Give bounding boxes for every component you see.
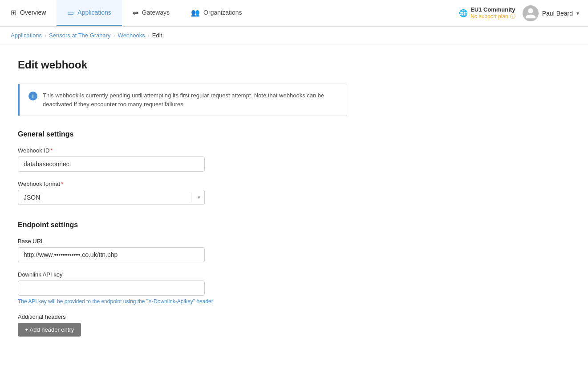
downlink-api-key-help: The API key will be provided to the endp… — [18, 298, 383, 305]
webhook-format-select-wrapper: JSON Protocol Buffers ▾ — [18, 190, 205, 205]
breadcrumb-applications[interactable]: Applications — [11, 32, 42, 39]
user-dropdown-arrow: ▾ — [576, 10, 579, 16]
general-settings-title: General settings — [18, 130, 383, 138]
support-label: No support plan — [470, 13, 508, 20]
base-url-input[interactable] — [18, 247, 205, 262]
info-banner-text: This webhook is currently pending until … — [43, 91, 338, 108]
breadcrumb-sep-1: › — [45, 32, 46, 39]
nav-organizations[interactable]: 👥 Organizations — [180, 0, 252, 26]
base-url-group: Base URL — [18, 238, 383, 262]
main-content: Edit webhook i This webhook is currently… — [0, 44, 401, 367]
nav-overview[interactable]: ⊞ Overview — [0, 0, 57, 26]
downlink-api-key-label: Downlink API key — [18, 271, 383, 278]
nav-gateways[interactable]: ⇌ Gateways — [122, 0, 180, 26]
breadcrumb-sep-3: › — [148, 32, 150, 39]
add-header-button[interactable]: + Add header entry — [18, 323, 81, 337]
globe-icon: 🌐 — [459, 9, 468, 17]
nav-gateways-label: Gateways — [142, 9, 170, 16]
organizations-icon: 👥 — [191, 8, 200, 17]
user-menu[interactable]: Paul Beard ▾ — [523, 5, 579, 21]
nav-right-area: 🌐 EU1 Community No support plan ⓘ Paul B… — [450, 0, 588, 26]
webhook-id-required: * — [50, 147, 53, 154]
endpoint-settings-section: Endpoint settings Base URL Downlink API … — [18, 221, 383, 337]
add-header-label: + Add header entry — [25, 326, 74, 333]
webhook-id-input[interactable] — [18, 156, 205, 172]
gateways-icon: ⇌ — [133, 8, 138, 17]
endpoint-settings-title: Endpoint settings — [18, 221, 383, 229]
help-icon: ⓘ — [510, 13, 515, 20]
webhook-format-select[interactable]: JSON Protocol Buffers — [18, 190, 205, 205]
general-settings-section: General settings Webhook ID* Webhook for… — [18, 130, 383, 205]
additional-headers-label: Additional headers — [18, 313, 383, 320]
user-avatar-icon — [524, 7, 537, 20]
breadcrumb-current: Edit — [152, 32, 162, 39]
info-icon: i — [28, 92, 37, 100]
base-url-label: Base URL — [18, 238, 383, 245]
breadcrumb-webhooks[interactable]: Webhooks — [118, 32, 145, 39]
support-link[interactable]: No support plan ⓘ — [470, 13, 515, 20]
breadcrumb-sep-2: › — [114, 32, 115, 39]
user-name: Paul Beard — [542, 10, 573, 17]
webhook-format-group: Webhook format* JSON Protocol Buffers ▾ — [18, 180, 383, 205]
nav-organizations-label: Organizations — [203, 9, 242, 16]
applications-icon: ▭ — [67, 8, 74, 17]
downlink-api-key-group: Downlink API key The API key will be pro… — [18, 271, 383, 305]
webhook-format-required: * — [61, 180, 63, 187]
downlink-api-key-input[interactable] — [18, 281, 205, 296]
breadcrumb-app-name[interactable]: Sensors at The Granary — [49, 32, 111, 39]
breadcrumb: Applications › Sensors at The Granary › … — [0, 27, 588, 44]
nav-applications[interactable]: ▭ Applications — [57, 0, 122, 26]
info-banner: i This webhook is currently pending unti… — [18, 84, 347, 116]
page-title: Edit webhook — [18, 59, 383, 71]
additional-headers-group: Additional headers + Add header entry — [18, 313, 383, 337]
eu-region-label: EU1 Community — [470, 6, 515, 13]
eu-badge: 🌐 EU1 Community No support plan ⓘ — [459, 6, 515, 20]
nav-applications-label: Applications — [77, 9, 111, 16]
grid-icon: ⊞ — [11, 8, 16, 17]
webhook-id-label: Webhook ID* — [18, 147, 383, 154]
top-navigation: ⊞ Overview ▭ Applications ⇌ Gateways 👥 O… — [0, 0, 588, 27]
avatar — [523, 5, 539, 21]
webhook-id-group: Webhook ID* — [18, 147, 383, 172]
webhook-format-label: Webhook format* — [18, 180, 383, 187]
nav-overview-label: Overview — [20, 9, 46, 16]
